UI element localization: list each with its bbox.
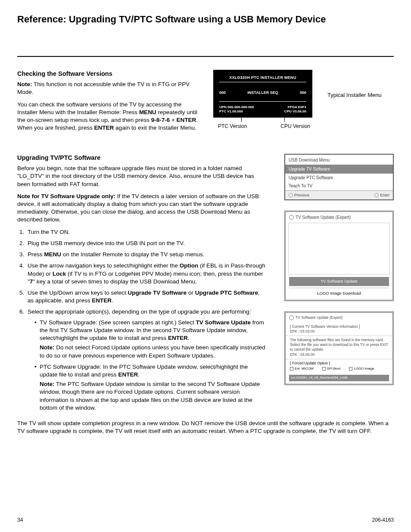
usb-download-menu: USB Download Menu Upgrade TV Software Up… [284, 154, 394, 200]
expert2-title: TV Software Update (Expert) [296, 315, 342, 320]
installer-title: XXLD320H PTC INSTALLER MENU [219, 75, 306, 80]
current-version-value: EPK : 03.03.00 [290, 329, 388, 334]
section2-note: Note for TV Software Upgrade only: If th… [17, 193, 267, 224]
gear-icon [289, 315, 294, 320]
check-ext-micom[interactable]: Ext. MICOM [290, 367, 314, 371]
check-logo-image[interactable]: LOGO Image [349, 367, 374, 371]
expert-panel-2: TV Software Update (Expert) [ Current TV… [284, 311, 394, 385]
update-file-row[interactable]: xxLD320H_v3_05_RevNo4204_USB [289, 375, 389, 381]
installer-caption: Typical Installer Menu [327, 70, 394, 99]
step-6: Select the appropriate option(s), depend… [26, 308, 267, 412]
installer-menu-screenshot: XXLD320H PTC INSTALLER MENU 000 INSTALLE… [213, 70, 312, 118]
steps-list: Turn the TV ON. Plug the USB memory devi… [17, 228, 267, 412]
closing-para: The TV will show update completion progr… [17, 420, 394, 435]
enter-icon [374, 193, 379, 197]
ptc-version-label: PTC Version [218, 123, 247, 130]
note-label: Note: [17, 81, 32, 87]
section2-intro: Before you begin, note that the software… [17, 165, 267, 188]
step-5: Use the Up/Down arrow keys to select Upg… [26, 289, 267, 305]
check-spi-boot[interactable]: SPI Boot [322, 367, 341, 371]
divider [17, 56, 394, 57]
expert-panel-1: TV Software Update (Expert) TV Software … [284, 211, 394, 301]
page-number: 34 [17, 516, 23, 523]
current-version-label: [ Current TV Software Version Informatio… [290, 324, 388, 329]
installer-seq-label: INSTALLER SEQ [247, 90, 278, 95]
usb-previous[interactable]: Previous [294, 193, 309, 197]
bullet-tv-upgrade: TV Software Upgrade: (See screen samples… [34, 319, 267, 360]
step-4: Use the arrow navigation keys to select/… [26, 262, 267, 286]
installer-seq-left: 000 [219, 90, 226, 95]
forced-update-label: [ Forced Update Option ] [290, 361, 388, 366]
cpu-version-label: CPU Version [280, 123, 310, 130]
bullet-ptc-upgrade: PTC Software Upgrade: In the PTC Softwar… [34, 363, 267, 412]
installer-cpu: CPU V3.06.00 [284, 109, 306, 114]
installer-upn: UPN 000-000-000-000 [219, 105, 254, 109]
installer-seq-right: 000 [300, 90, 306, 95]
previous-icon [289, 193, 293, 197]
section1-heading: Checking the Software Versions [17, 70, 198, 78]
installer-ptc: PTC V1.00.000 [219, 109, 254, 114]
installer-fpga: FPGA E0F1 [284, 105, 306, 109]
usb-row-teach[interactable]: Teach To TV [285, 182, 393, 190]
note-text: This function is not accessible while th… [17, 81, 190, 95]
section1-note: Note: This function is not accessible wh… [17, 81, 198, 96]
found-files-text: The following software files are found i… [290, 338, 388, 352]
step-2: Plug the USB memory device into the USB … [26, 240, 267, 247]
found-epk-value: EPK : 03.05.00 [290, 352, 388, 357]
page-title: Reference: Upgrading TV/PTC Software usi… [17, 13, 394, 26]
usb-row-upgrade-ptc[interactable]: Upgrade PTC Software [285, 174, 393, 182]
btn-logo-download[interactable]: LOGO Image Download [289, 289, 389, 298]
section2-heading: Upgrading TV/PTC Software [17, 154, 267, 162]
step-1: Turn the TV ON. [26, 228, 267, 236]
section1-para: You can check the software versions of t… [17, 101, 198, 132]
btn-tv-software-update[interactable]: TV Software Update [289, 277, 389, 286]
expert1-title: TV Software Update (Expert) [296, 215, 351, 221]
step-3: Press MENU on the Installer Remote to di… [26, 251, 267, 258]
doc-number: 206-4163 [372, 516, 394, 523]
usb-row-upgrade-tv[interactable]: Upgrade TV Software [285, 165, 393, 174]
gear-icon [289, 215, 294, 220]
usb-enter[interactable]: Enter [380, 193, 389, 197]
usb-menu-title: USB Download Menu [285, 155, 393, 165]
